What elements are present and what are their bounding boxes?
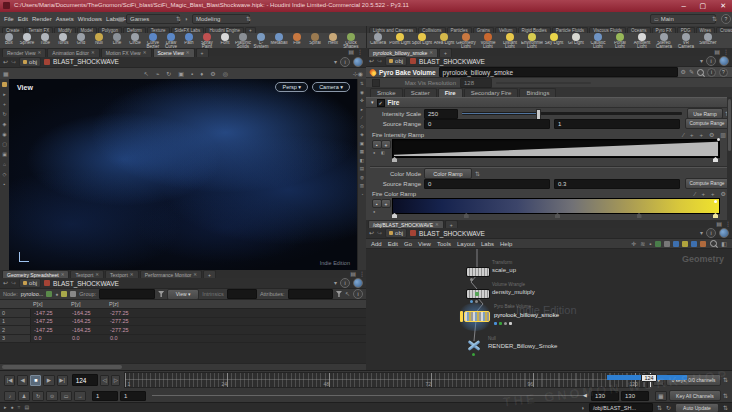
display-option-icon[interactable]: ◔ (361, 193, 364, 198)
intensity-scale-field[interactable]: 250 (424, 109, 458, 119)
ramp-edit-icon[interactable]: ∕ (695, 191, 696, 197)
pane-layout-icon[interactable]: ▤ (348, 49, 354, 55)
scene-tool-icon[interactable]: ↖ (144, 71, 149, 77)
maxvis-field[interactable]: 128 (460, 78, 492, 88)
node-null[interactable] (466, 341, 482, 351)
horizontal-scrollbar[interactable] (0, 363, 366, 370)
ramp-point-end[interactable] (714, 200, 717, 203)
view-dropdown-button[interactable]: View ▾ (167, 289, 199, 300)
intensity-scale-slider[interactable] (462, 112, 682, 115)
network-menu-item[interactable]: View (418, 241, 431, 247)
display-option-icon[interactable]: ◍ (360, 176, 364, 181)
stepper-icon[interactable]: ⇅ (723, 393, 728, 399)
column-header-px[interactable]: P[x] (30, 301, 68, 307)
path-dropdown-icon[interactable]: ▾ (334, 280, 337, 286)
forward-icon[interactable]: ↪ (377, 230, 382, 236)
ramp-add2-icon[interactable]: + (699, 132, 703, 138)
status-icon[interactable]: ⌗ (18, 405, 21, 410)
ramp-marker[interactable] (392, 157, 397, 162)
pane-menu-icon[interactable]: ⋮ (359, 271, 365, 277)
filter-funnel-icon[interactable] (158, 291, 164, 297)
net-badge-toggle-icon[interactable] (664, 241, 670, 247)
maximize-button[interactable]: ▢ (699, 2, 706, 10)
pin-circle-icon[interactable] (719, 56, 729, 66)
net-display-icon[interactable]: ◧ (721, 241, 727, 247)
display-option-icon[interactable]: ◇ (360, 125, 363, 130)
shelf-tool[interactable]: Spray Paint (198, 32, 216, 50)
playback-toggle-button[interactable]: ↻ (32, 391, 44, 401)
node-badge[interactable] (509, 322, 512, 325)
step-back-button[interactable]: ◁ (100, 375, 109, 386)
network-menu-item[interactable]: Help (500, 241, 512, 247)
auto-update-button[interactable]: Auto Update (675, 403, 719, 412)
objects-icon[interactable] (2, 82, 7, 87)
camera-lock-icon[interactable]: ◉ (358, 71, 363, 77)
shelf-tool[interactable]: Draw Curve (162, 32, 180, 50)
points-mode-icon[interactable] (46, 291, 52, 297)
close-icon[interactable]: ✕ (95, 272, 99, 277)
help-icon[interactable]: ? (721, 14, 731, 24)
tab-bindings[interactable]: Bindings (519, 88, 556, 97)
minimize-button[interactable]: – (682, 1, 686, 10)
shelf-tool[interactable]: GI Light (565, 32, 587, 50)
info-circle-icon[interactable]: i (340, 57, 350, 67)
close-icon[interactable]: ✕ (61, 272, 65, 277)
keyframe-options-icon[interactable]: ▦ (655, 391, 667, 401)
back-icon[interactable]: ↩ (3, 280, 8, 286)
current-frame-field[interactable]: 124 (72, 374, 98, 386)
pane-layout-icon[interactable]: ▤ (350, 271, 356, 277)
path-root-chip[interactable]: obj (19, 57, 41, 67)
display-option-icon[interactable]: ⇅ (360, 82, 364, 87)
source-range-max-field[interactable]: 1 (554, 119, 680, 129)
compute-range-button[interactable]: Compute Range (685, 118, 729, 129)
shelf-tool[interactable]: Distant Light (499, 32, 521, 50)
new-tab-button[interactable]: + (439, 48, 452, 57)
path-node-name[interactable]: BLAST_SHOCKWAVE (53, 58, 119, 65)
status-path-field[interactable]: /obj/BLAST_SH... (589, 403, 653, 412)
stepper-icon[interactable]: ⇅ (723, 405, 728, 411)
ramp-add-point-button[interactable]: + (381, 140, 391, 149)
tab-secondary-fire[interactable]: Secondary Fire (464, 88, 519, 97)
playback-toggle-button[interactable]: ♪ (4, 391, 16, 401)
menu-item[interactable]: Assets (56, 16, 74, 22)
viewport-tool-icon[interactable]: ↻ (2, 112, 6, 117)
close-icon[interactable]: ✕ (435, 222, 439, 227)
stepper-icon[interactable]: ⇅ (475, 171, 480, 177)
node-name-label[interactable]: density_multiply (492, 289, 535, 295)
path-node-name[interactable]: BLAST_SHOCKWAVE (419, 230, 485, 237)
desktop-dropdown[interactable]: Games (126, 14, 180, 24)
forward-icon[interactable]: ↪ (11, 280, 16, 286)
display-option-icon[interactable]: ▥ (360, 184, 364, 189)
shelf-tool[interactable]: VR Camera (675, 32, 697, 50)
viewport-tool-icon[interactable]: ◇ (3, 172, 7, 177)
main-dropdown[interactable]: ▭ Main (650, 14, 716, 24)
source-range2-min-field[interactable]: 0 (424, 179, 550, 189)
viewport-tool-icon[interactable]: ◉ (2, 132, 6, 137)
display-option-icon[interactable]: ◈ (360, 133, 363, 138)
viewport-tool-icon[interactable]: ▢ (2, 142, 7, 147)
shelf-tool[interactable]: Switcher (697, 32, 719, 50)
back-icon[interactable]: ↩ (369, 230, 374, 236)
prims-mode-icon[interactable] (61, 291, 67, 297)
shelf-tool[interactable]: Camera (367, 32, 389, 50)
shelf-tool[interactable]: Geometry Light (455, 32, 477, 50)
source-range-min-field[interactable]: 0 (424, 119, 550, 129)
path-root-chip[interactable]: obj (385, 56, 407, 66)
color-ramp-marker[interactable] (464, 213, 469, 218)
persp-button[interactable]: Persp ▾ (275, 82, 308, 92)
verts-mode-icon[interactable]: ● (55, 292, 58, 297)
fire-section-header[interactable]: ▾ ✓ Fire (366, 97, 732, 108)
global-start-field[interactable]: 1 (92, 391, 118, 401)
shelf-tool[interactable]: Quick Shapes (342, 32, 360, 50)
pane-menu-icon[interactable]: ⋮ (357, 49, 363, 55)
scene-tool-icon[interactable]: ▪ (191, 71, 193, 77)
node-name-label[interactable]: scale_up (492, 267, 516, 273)
display-option-icon[interactable]: ◧ (360, 159, 364, 164)
menu-item[interactable]: Windows (78, 16, 102, 22)
table-row[interactable]: 1 -147.25 -164.25 -277.25 (0, 318, 366, 327)
message-icon[interactable]: ◗ (581, 405, 585, 411)
shelf-tool[interactable]: Torus (54, 32, 72, 50)
color-ramp-marker[interactable] (713, 213, 718, 218)
node-badge[interactable] (470, 278, 473, 281)
scrollbar-thumb[interactable] (728, 99, 731, 151)
